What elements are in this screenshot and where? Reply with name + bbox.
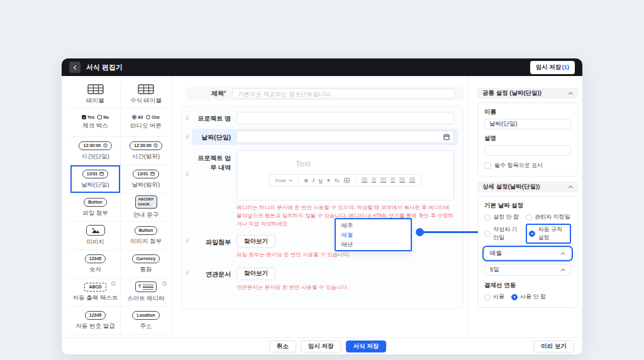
selected-field-highlight[interactable]: 날짜(단일) — [192, 129, 458, 145]
component-palette: 테이블 수식 테이블 ✓Yes No — [62, 76, 173, 337]
date-single-input[interactable] — [236, 131, 454, 143]
insert-table-icon[interactable] — [344, 178, 350, 183]
dropdown-option-yearly[interactable]: 매년 — [336, 240, 411, 249]
dropdown-option-monthly[interactable]: 매월 — [336, 231, 411, 240]
align-left-icon[interactable] — [362, 178, 367, 183]
italic-icon[interactable]: I — [313, 178, 314, 183]
footer-bar: 취소 임시 저장 서식 저장 미리 보기 — [62, 337, 582, 354]
radio-use[interactable]: 사용 — [484, 293, 504, 301]
description-label: 설명 — [484, 134, 571, 143]
date-sample-text: 12/31 — [137, 172, 148, 176]
title-input[interactable] — [238, 89, 450, 98]
field-row-file-attach: ⠿ 파일첨부 찾아보기 파일 첨부는 문서당 한 번만 사용할 수 있습니다. — [183, 234, 458, 259]
info-icon: i — [162, 281, 167, 286]
radio-no-setting[interactable]: 설정 안 함 — [484, 213, 519, 221]
calendar-icon — [150, 172, 155, 176]
date-single-label: 날짜(단일) — [192, 133, 231, 142]
description-input[interactable] — [489, 146, 566, 155]
required-checkbox[interactable] — [484, 162, 491, 169]
drag-handle-icon[interactable]: ⠿ — [183, 116, 192, 121]
file-attach-note: 파일 첨부는 문서당 한 번만 사용할 수 있습니다. — [236, 251, 350, 259]
palette-item-time-single[interactable]: 12:30:00 시간(단일) — [70, 137, 121, 165]
palette-item-radio[interactable]: All One 라디오 버튼 — [121, 109, 171, 137]
palette-item-smart-editor[interactable]: i T 스마트 에디터 — [121, 278, 171, 307]
outdent-icon[interactable] — [409, 178, 415, 183]
page-title: 서식 편집기 — [86, 63, 123, 72]
palette-item-address[interactable]: Location 주소 — [121, 307, 171, 335]
day-select[interactable]: 5일 — [484, 264, 571, 276]
form-canvas: 제목* ⠿ 프로젝트 명 ⠿ 날짜(단일) — [173, 76, 468, 337]
image-icon — [91, 227, 100, 233]
palette-item-image[interactable]: 이미지 — [70, 222, 121, 250]
temp-save-button[interactable]: 임시 저장 — [301, 341, 341, 352]
palette-item-checkbox[interactable]: ✓Yes No 체크 박스 — [70, 109, 121, 137]
underline-icon[interactable]: U — [319, 178, 323, 183]
back-button[interactable] — [69, 62, 80, 73]
palette-item-formula-table[interactable]: 수식 테이블 — [121, 80, 171, 109]
date-sample-text: 12/31 — [87, 172, 98, 176]
chevron-up-icon — [561, 252, 565, 256]
title-field-label: 제목 — [211, 90, 224, 97]
palette-item-label: 자동 출력 텍스트 — [73, 294, 118, 302]
radio-admin-date[interactable]: 관리자 지정일 — [526, 213, 570, 221]
drag-handle-icon[interactable]: ⠿ — [183, 238, 192, 244]
name-label: 이름 — [484, 108, 571, 116]
palette-item-number[interactable]: 12345 숫자 — [70, 250, 121, 278]
palette-item-image-attach[interactable]: Button 이미지 첨부 — [121, 222, 171, 250]
temp-save-header-button[interactable]: 임시 저장 (1) — [530, 61, 575, 74]
strikethrough-icon[interactable]: T — [327, 178, 330, 183]
chevron-up-icon — [561, 268, 565, 273]
checkbox-opt-yes: Yes — [87, 115, 94, 119]
palette-item-notice[interactable]: ABCDEF GHIJK. 안내 문구 — [121, 194, 171, 222]
save-format-button[interactable]: 서식 저장 — [346, 341, 387, 352]
detail-settings-header[interactable]: 상세 설정(날짜(단일)) — [477, 182, 578, 192]
indent-icon[interactable] — [399, 178, 405, 183]
drag-handle-icon[interactable]: ⠿ — [183, 172, 192, 178]
palette-item-label: 시간(단일) — [81, 153, 109, 161]
bold-icon[interactable]: B — [304, 178, 308, 183]
common-settings-header[interactable]: 공통 설정 (날짜(단일)) — [477, 88, 578, 99]
project-name-input[interactable] — [236, 112, 454, 124]
font-select[interactable]: Font — [270, 175, 298, 186]
browse-button[interactable]: 찾아보기 — [236, 268, 275, 280]
palette-item-date-range[interactable]: 12/31 날짜(범위) — [121, 165, 171, 194]
field-row-project-tasks: ⠿ 프로젝트 업무 내역 Text Font — [183, 150, 458, 200]
browse-button[interactable]: 찾아보기 — [236, 235, 275, 248]
window-header: 서식 편집기 임시 저장 (1) — [62, 58, 582, 76]
radio-opt-one: One — [152, 115, 160, 119]
drag-handle-icon[interactable]: ⠿ — [183, 270, 192, 276]
time-sample-text: 12:30:00 — [83, 143, 101, 148]
palette-item-label: 통화 — [140, 266, 152, 274]
palette-item-table[interactable]: 테이블 — [70, 80, 121, 109]
palette-item-currency[interactable]: Currency 통화 — [121, 250, 171, 278]
palette-item-file-attach[interactable]: Button 파일 첨부 — [70, 194, 121, 222]
palette-item-auto-text[interactable]: i ABCD 자동 출력 텍스트 — [70, 278, 121, 307]
palette-item-date-single[interactable]: 12/31 날짜(단일) — [70, 165, 121, 194]
palette-item-time-range[interactable]: 12:30:00 시간(범위) — [121, 137, 171, 165]
rich-text-editor[interactable]: Text Font B I U — [236, 150, 454, 200]
text-size-icon[interactable]: Tx — [335, 178, 340, 183]
radio-no-use[interactable]: 사용 안 함 — [511, 293, 546, 301]
project-tasks-label: 프로젝트 업무 내역 — [192, 150, 231, 172]
drag-handle-icon[interactable]: ⠿ — [183, 134, 192, 140]
cancel-button[interactable]: 취소 — [269, 341, 296, 352]
radio-icon — [484, 294, 491, 300]
field-row-related-doc: ⠿ 연관문서 찾아보기 연관문서는 문서당 한 번만 사용할 수 있습니다. — [183, 266, 458, 292]
align-center-icon[interactable] — [372, 178, 376, 183]
radio-author-date[interactable]: 작성자 기안일 — [484, 226, 521, 242]
dropdown-option-weekly[interactable]: 매주 — [336, 221, 411, 231]
palette-item-auto-number[interactable]: 12345 자동 번호 발급 — [70, 307, 121, 335]
align-right-icon[interactable] — [380, 178, 386, 183]
field-row-date-single: ⠿ 날짜(단일) — [183, 129, 458, 145]
smart-editor-icon: T — [135, 281, 157, 292]
selected-radio-icon — [511, 294, 518, 300]
approval-group-label: 결재선 연동 — [484, 281, 571, 290]
name-input[interactable] — [489, 119, 566, 129]
month-select[interactable]: 매월 — [484, 248, 571, 259]
preview-button[interactable]: 미리 보기 — [533, 341, 574, 352]
align-justify-icon[interactable] — [391, 178, 395, 183]
palette-item-label: 시간(범위) — [132, 153, 160, 161]
button-sample: Button — [84, 198, 107, 207]
palette-item-label: 테이블 — [86, 97, 104, 105]
radio-auto-rule[interactable]: 자동 규칙 설정 — [526, 224, 571, 244]
